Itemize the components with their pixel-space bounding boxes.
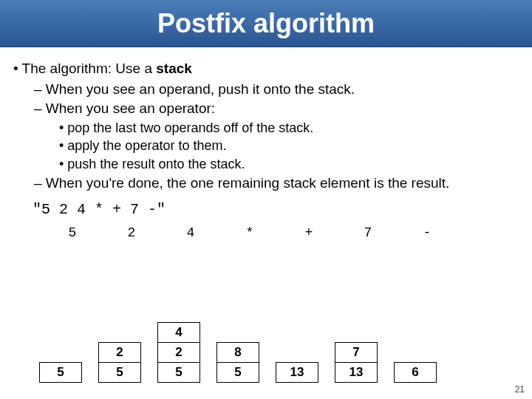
bullet-level3: • apply the operator to them. <box>59 137 519 154</box>
stack-cell: 2 <box>157 342 200 363</box>
bullet-l3b: apply the operator to them. <box>67 138 226 153</box>
bullet-l1-text: The algorithm: Use a <box>22 61 157 76</box>
stack-column: 4 2 5 <box>149 323 208 383</box>
stack-cell: 5 <box>39 362 82 383</box>
stack-cell: 8 <box>216 342 259 363</box>
stack-trace-area: 5 2 5 4 2 5 8 5 13 7 13 6 <box>31 323 445 383</box>
stack-column: 8 5 <box>208 343 267 383</box>
stack-cell: 2 <box>98 342 141 363</box>
token: - <box>398 224 457 242</box>
token: * <box>220 224 279 242</box>
bullet-level3: • push the result onto the stack. <box>59 155 519 173</box>
tokens-row: 5 2 4 * + 7 - <box>43 224 519 242</box>
bullet-l3a: pop the last two operands off of the sta… <box>67 120 313 135</box>
token: 7 <box>338 224 398 242</box>
expression-literal: "5 2 4 * + 7 -" <box>33 200 519 219</box>
stack-cell: 6 <box>394 362 437 383</box>
token: + <box>279 224 338 242</box>
bullet-l3c: push the result onto the stack. <box>67 157 245 171</box>
stack-cell: 7 <box>335 342 378 363</box>
slide-body: • The algorithm: Use a stack – When you … <box>0 47 532 242</box>
stack-column: 2 5 <box>90 343 149 383</box>
bullet-l1-bold: stack <box>156 61 192 76</box>
bullet-l2b: When you see an operator: <box>46 100 215 116</box>
token: 4 <box>161 224 220 242</box>
bullet-level3: • pop the last two operands off of the s… <box>59 119 519 137</box>
bullet-level2: – When you see an operator: <box>34 99 519 118</box>
stack-column: 7 13 <box>327 343 386 383</box>
bullet-l2a: When you see an operand, push it onto th… <box>46 81 355 97</box>
token: 2 <box>102 224 161 242</box>
title-bar: Postfix algorithm <box>0 0 532 47</box>
stack-cell: 13 <box>335 362 378 383</box>
bullet-level1: • The algorithm: Use a stack <box>13 59 519 78</box>
stack-column: 13 <box>267 363 327 383</box>
token: 5 <box>43 224 102 242</box>
stack-cell: 5 <box>98 362 141 383</box>
stack-cell: 13 <box>276 362 318 383</box>
stack-cell: 5 <box>157 362 200 383</box>
stack-cell: 5 <box>216 362 259 383</box>
page-number: 21 <box>515 384 525 395</box>
bullet-level2: – When you see an operand, push it onto … <box>34 80 519 99</box>
slide-title: Postfix algorithm <box>157 8 375 39</box>
stack-column: 5 <box>31 363 90 383</box>
stack-cell: 4 <box>157 322 200 343</box>
bullet-level2: – When you're done, the one remaining st… <box>34 174 519 193</box>
bullet-l2c: When you're done, the one remaining stac… <box>46 175 449 191</box>
stack-column: 6 <box>386 363 445 383</box>
